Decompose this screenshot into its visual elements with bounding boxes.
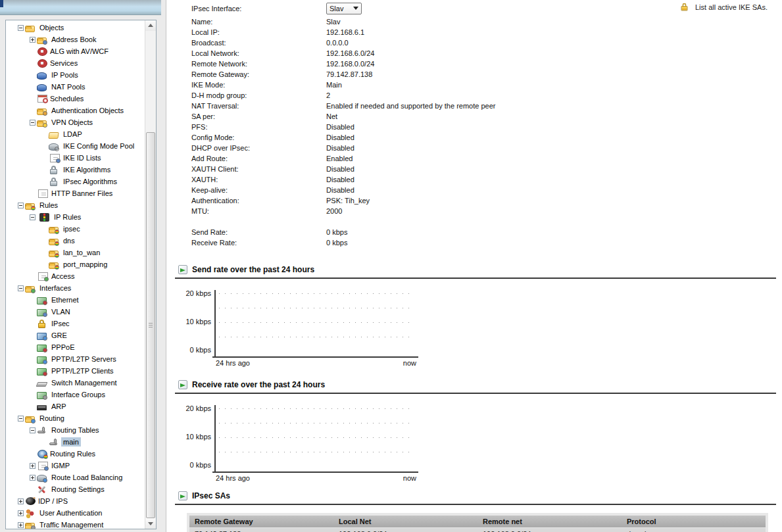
navigation-tree: ObjectsAddress BookALG with AV/WCFServic… [6,20,145,529]
tree-item-authentication-objects[interactable]: Authentication Objects [6,105,145,116]
tree-item-pptp-l2tp-servers[interactable]: PPTP/L2TP Servers [6,353,145,365]
tree-item-lan-to-wan[interactable]: lan_to_wan [6,247,145,258]
x-axis [212,356,418,358]
tree-item-access[interactable]: Access [6,270,145,282]
tree-item-http-banner-files[interactable]: HTTP Banner Files [6,187,145,199]
tree-item-objects[interactable]: Objects [6,22,145,34]
tree-item-ipsec[interactable]: IPsec [6,318,145,329]
tree-item-label: IKE Algorithms [61,165,112,174]
table-header-row: Remote GatewayLocal NetRemote netProtoco… [189,516,766,527]
tree-item-pppoe[interactable]: PPPoE [6,341,145,353]
rule-set-icon [49,251,59,257]
tree-item-traffic-management[interactable]: Traffic Management [6,519,145,529]
x-tick-label: 24 hrs ago [216,359,250,367]
tree-item-ipsec[interactable]: ipsec [6,223,145,235]
tree-item-schedules[interactable]: Schedules [6,93,145,105]
collapse-minus-icon[interactable] [18,25,24,31]
tree-item-gre[interactable]: GRE [6,329,145,341]
scrollbar-thumb[interactable] [146,132,155,518]
field-value: Disabled [326,174,782,185]
tree-item-vlan[interactable]: VLAN [6,306,145,318]
list-active-ike-sas-link[interactable]: List all active IKE SAs. [679,2,768,12]
tree-item-ipsec-algorithms[interactable]: IPsec Algorithms [6,176,145,187]
tree-item-label: NAT Pools [49,82,87,91]
gridline [219,408,412,409]
tree-item-routing-settings[interactable]: Routing Settings [6,483,145,495]
tree-item-ldap[interactable]: LDAP [6,128,145,140]
field-value: 192.168.6.0/24 [326,48,782,59]
collapse-minus-icon[interactable] [18,416,24,422]
tree-item-ike-id-lists[interactable]: IKE ID Lists [6,152,145,164]
tree-item-ethernet[interactable]: Ethernet [6,294,145,306]
tree-item-ip-rules[interactable]: IP Rules [6,211,145,223]
collapse-minus-icon[interactable] [18,285,24,291]
scroll-down-icon[interactable] [145,518,156,529]
expand-plus-icon[interactable] [18,510,24,516]
expand-plus-icon[interactable] [30,37,36,43]
field-value: 0 kbps [326,227,782,237]
field-label: Authentication: [191,195,326,206]
tree-item-arp[interactable]: ARP [6,400,145,412]
tree-item-interfaces[interactable]: Interfaces [6,282,145,294]
tree-item-rules[interactable]: Rules [6,199,145,211]
tree-item-pptp-l2tp-clients[interactable]: PPTP/L2TP Clients [6,365,145,377]
tree-item-routing[interactable]: Routing [6,412,145,424]
y-tick-label: 0 kbps [175,346,211,354]
tree-item-user-authentication[interactable]: User Authentication [6,507,145,519]
expand-plus-icon[interactable] [18,522,24,528]
expander-slot [16,498,25,504]
field-value: Enabled [326,153,782,164]
tree-item-label: Objects [37,23,66,32]
tree-item-dns[interactable]: dns [6,235,145,247]
field-value: Disabled [326,143,782,153]
tree-item-ike-config-mode-pool[interactable]: IKE Config Mode Pool [6,140,145,152]
tree-item-main[interactable]: main [6,436,145,448]
interfaces-folder-icon [25,286,35,293]
sidebar-scrollbar[interactable] [145,20,156,529]
tree-item-label: IKE Config Mode Pool [61,141,136,151]
tree-item-address-book[interactable]: Address Book [6,34,145,45]
tree-item-label: port_mapping [61,260,109,269]
tree-item-routing-tables[interactable]: Routing Tables [6,424,145,436]
tree-item-ike-algorithms[interactable]: IKE Algorithms [6,164,145,176]
ike-link-label: List all active IKE SAs. [695,3,768,11]
collapse-minus-icon[interactable] [30,120,36,126]
tree-item-vpn-objects[interactable]: VPN Objects [6,116,145,128]
tree-item-routing-rules[interactable]: Routing Rules [6,448,145,460]
tree-item-label: Routing [37,414,66,423]
expand-plus-icon[interactable] [18,498,24,504]
expand-plus-icon[interactable] [30,463,36,469]
tree-item-nat-pools[interactable]: NAT Pools [6,81,145,93]
tree-item-interface-groups[interactable]: Interface Groups [6,389,145,400]
field-value: PSK: Tih_key [326,195,782,206]
tree-item-idp-ips[interactable]: IDP / IPS [6,495,145,507]
collapse-minus-icon[interactable] [18,203,24,208]
tree-item-label: HTTP Banner Files [49,189,114,198]
tree-item-alg-with-av-wcf[interactable]: ALG with AV/WCF [6,45,145,57]
ike-config-mode-pool-icon [49,143,59,151]
collapse-minus-icon[interactable] [30,427,36,433]
field-label: Remote Network: [191,59,326,69]
scroll-up-icon[interactable] [145,20,156,31]
field-label: Local IP: [191,27,326,37]
ip-pools-icon [37,72,47,80]
tree-item-ip-pools[interactable]: IP Pools [6,69,145,81]
idp-ips-icon [26,497,36,505]
tree-item-route-load-balancing[interactable]: Route Load Balancing [6,472,145,483]
tree-item-igmp[interactable]: IGMP [6,460,145,472]
y-tick-label: 20 kbps [175,404,211,412]
tree-item-switch-management[interactable]: Switch Management [6,377,145,389]
ipsec-interface-select[interactable]: Slav [326,3,362,14]
tree-item-label: ALG with AV/WCF [48,47,110,56]
expand-plus-icon[interactable] [30,475,36,481]
section-icon [178,491,187,500]
routing-settings-icon [37,485,47,495]
expander-slot [16,285,25,291]
tree-item-port-mapping[interactable]: port_mapping [6,258,145,270]
tree-item-services[interactable]: Services [6,57,145,69]
tree-item-label: Address Book [49,35,98,44]
authentication-objects-icon [37,109,47,115]
tree-item-label: lan_to_wan [61,248,102,257]
routing-rules-icon [37,450,47,458]
collapse-minus-icon[interactable] [30,214,36,220]
